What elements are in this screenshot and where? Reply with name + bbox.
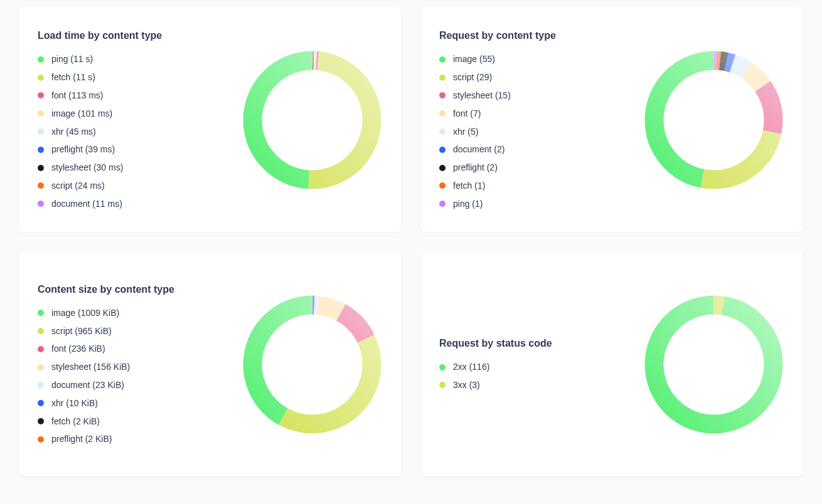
legend-swatch-icon: [439, 364, 446, 370]
request-by-status-code-card: Request by status code2xx (116)3xx (3): [420, 251, 803, 476]
card-content: Load time by content typeping (11 s)fetc…: [38, 30, 242, 209]
legend-item[interactable]: preflight (2): [439, 162, 643, 173]
donut-chart: [242, 294, 383, 435]
load-time-by-content-type-card: Load time by content typeping (11 s)fetc…: [19, 6, 402, 232]
legend-label: stylesheet (30 ms): [51, 162, 123, 173]
content-size-by-content-type-card: Content size by content typeimage (1009 …: [19, 251, 402, 476]
legend-swatch-icon: [439, 201, 446, 207]
legend-item[interactable]: xhr (10 KiB): [38, 398, 242, 409]
donut-slice: [654, 305, 774, 424]
legend-item[interactable]: image (55): [439, 54, 643, 65]
legend-label: fetch (2 KiB): [51, 416, 100, 427]
legend-item[interactable]: stylesheet (156 KiB): [38, 362, 242, 372]
legend-swatch-icon: [439, 92, 446, 98]
card-content: Request by status code2xx (116)3xx (3): [439, 338, 643, 391]
legend-swatch-icon: [38, 364, 44, 370]
legend-item[interactable]: font (236 KiB): [38, 344, 242, 354]
legend-label: 2xx (116): [453, 362, 489, 372]
legend-swatch-icon: [439, 75, 446, 81]
legend-item[interactable]: xhr (5): [439, 127, 643, 137]
legend-item[interactable]: image (1009 KiB): [38, 308, 242, 318]
request-by-content-type-card: Request by content typeimage (55)script …: [420, 6, 803, 232]
legend-swatch-icon: [439, 110, 446, 117]
card-content: Request by content typeimage (55)script …: [439, 30, 643, 209]
legend-item[interactable]: script (965 KiB): [38, 326, 242, 337]
card-content: Content size by content typeimage (1009 …: [38, 284, 242, 444]
legend-label: preflight (2 KiB): [51, 434, 112, 444]
donut-container: [242, 294, 383, 435]
legend-label: document (11 ms): [51, 199, 122, 209]
legend-item[interactable]: document (2): [439, 144, 643, 155]
legend-label: preflight (2): [453, 162, 498, 173]
legend-swatch-icon: [439, 129, 446, 135]
chart-legend: ping (11 s)fetch (11 s)font (113 ms)imag…: [38, 54, 242, 209]
legend-item[interactable]: 3xx (3): [439, 380, 643, 391]
legend-swatch-icon: [38, 436, 44, 443]
legend-item[interactable]: fetch (2 KiB): [38, 416, 242, 427]
chart-legend: image (55)script (29)stylesheet (15)font…: [439, 54, 643, 209]
legend-label: ping (11 s): [51, 54, 93, 65]
legend-swatch-icon: [439, 382, 446, 388]
donut-chart: [643, 294, 784, 435]
legend-label: ping (1): [453, 199, 483, 209]
legend-item[interactable]: stylesheet (15): [439, 90, 643, 101]
chart-legend: image (1009 KiB)script (965 KiB)font (23…: [38, 308, 242, 444]
donut-chart: [643, 50, 784, 191]
legend-label: font (113 ms): [51, 90, 103, 101]
card-title: Request by content type: [439, 30, 643, 41]
legend-label: font (236 KiB): [51, 344, 105, 354]
legend-label: document (23 KiB): [51, 380, 124, 391]
legend-item[interactable]: script (29): [439, 72, 643, 83]
legend-item[interactable]: script (24 ms): [38, 181, 242, 191]
legend-label: image (101 ms): [51, 108, 112, 119]
legend-label: script (29): [453, 72, 492, 83]
legend-label: xhr (10 KiB): [51, 398, 98, 409]
legend-item[interactable]: font (7): [439, 108, 643, 119]
legend-item[interactable]: image (101 ms): [38, 108, 242, 119]
donut-container: [643, 50, 784, 191]
legend-swatch-icon: [38, 110, 44, 117]
legend-label: script (24 ms): [51, 181, 105, 191]
legend-label: script (965 KiB): [51, 326, 112, 337]
legend-item[interactable]: ping (11 s): [38, 54, 242, 65]
legend-swatch-icon: [38, 92, 44, 98]
legend-swatch-icon: [38, 165, 44, 171]
legend-swatch-icon: [38, 56, 44, 63]
chart-legend: 2xx (116)3xx (3): [439, 362, 643, 391]
legend-label: fetch (11 s): [51, 72, 95, 83]
legend-item[interactable]: preflight (2 KiB): [38, 434, 242, 444]
legend-item[interactable]: fetch (11 s): [38, 72, 242, 83]
legend-label: stylesheet (156 KiB): [51, 362, 130, 372]
legend-label: xhr (5): [453, 127, 478, 137]
legend-label: 3xx (3): [453, 380, 480, 391]
legend-swatch-icon: [38, 346, 44, 352]
legend-swatch-icon: [38, 147, 44, 153]
legend-swatch-icon: [38, 129, 44, 135]
legend-label: fetch (1): [453, 181, 485, 191]
legend-item[interactable]: ping (1): [439, 199, 643, 209]
legend-label: stylesheet (15): [453, 90, 511, 101]
legend-item[interactable]: stylesheet (30 ms): [38, 162, 242, 173]
legend-swatch-icon: [38, 75, 44, 81]
legend-item[interactable]: document (23 KiB): [38, 380, 242, 391]
card-title: Load time by content type: [38, 30, 242, 41]
legend-swatch-icon: [38, 328, 44, 334]
legend-item[interactable]: preflight (39 ms): [38, 144, 242, 155]
legend-swatch-icon: [38, 201, 44, 207]
legend-swatch-icon: [439, 147, 446, 153]
legend-item[interactable]: font (113 ms): [38, 90, 242, 101]
donut-container: [242, 50, 383, 191]
legend-label: image (55): [453, 54, 495, 65]
card-title: Request by status code: [439, 338, 643, 349]
legend-swatch-icon: [439, 165, 446, 171]
legend-item[interactable]: 2xx (116): [439, 362, 643, 372]
legend-item[interactable]: xhr (45 ms): [38, 127, 242, 137]
legend-label: xhr (45 ms): [51, 127, 96, 137]
legend-label: font (7): [453, 108, 481, 119]
legend-swatch-icon: [38, 400, 44, 406]
dashboard-grid: Load time by content typeping (11 s)fetc…: [19, 6, 803, 476]
legend-item[interactable]: fetch (1): [439, 181, 643, 191]
legend-item[interactable]: document (11 ms): [38, 199, 242, 209]
legend-label: image (1009 KiB): [51, 308, 119, 318]
legend-swatch-icon: [439, 56, 446, 63]
